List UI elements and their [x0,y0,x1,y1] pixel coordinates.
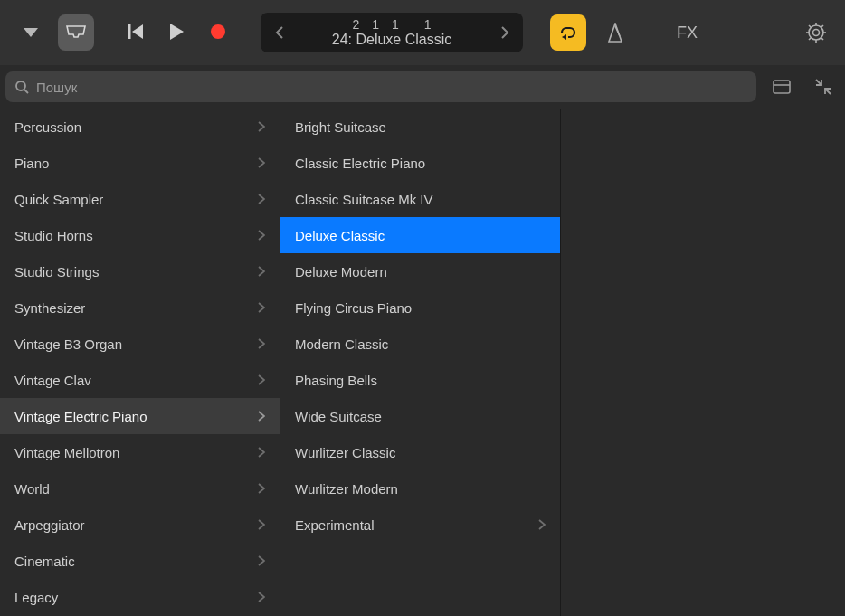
meter-digit: 1 [372,17,379,32]
category-row[interactable]: World [0,470,280,507]
meter-digit: 2 [352,17,359,32]
right-tools: FX [550,14,730,51]
preset-row[interactable]: Wurlitzer Classic [280,434,560,470]
svg-point-8 [809,25,823,40]
category-row-label: Piano [14,156,49,171]
collapse-button[interactable] [807,71,840,103]
svg-point-4 [211,24,225,39]
svg-marker-3 [170,24,184,40]
settings-button[interactable] [800,16,832,49]
meter-digit: 1 [392,17,399,32]
disclosure-button[interactable] [13,14,49,51]
category-row-label: World [14,481,50,497]
category-row[interactable]: Cinematic [0,543,280,579]
search-icon [14,80,29,94]
preset-row-label: Deluxe Classic [295,228,385,243]
category-row-label: Synthesizer [14,300,85,316]
svg-point-18 [16,81,25,90]
chevron-right-icon [258,336,265,352]
chevron-right-icon [501,26,509,39]
preset-row[interactable]: Bright Suitcase [280,109,560,145]
preset-row[interactable]: Modern Classic [280,326,560,362]
category-row[interactable]: Quick Sampler [0,181,280,217]
go-to-start-button[interactable] [128,24,145,43]
category-row-label: Vintage Mellotron [14,445,119,460]
preset-row-label: Wurlitzer Modern [295,481,398,497]
chevron-right-icon [258,481,265,497]
category-row[interactable]: Synthesizer [0,289,280,326]
prev-preset-button[interactable] [270,13,288,52]
preset-row-label: Wide Suitcase [295,409,382,424]
svg-rect-1 [128,24,131,39]
chevron-right-icon [258,300,265,316]
record-button[interactable] [210,24,226,43]
chevron-right-icon [258,590,265,605]
chevron-right-icon [258,409,265,424]
gear-icon [806,23,826,43]
view-mode-button[interactable] [765,71,798,103]
category-row-label: Cinematic [14,554,75,569]
preset-row[interactable]: Classic Suitcase Mk IV [280,181,560,217]
category-row-label: Vintage B3 Organ [14,336,122,352]
category-row[interactable]: Studio Horns [0,217,280,253]
skip-back-icon [128,24,145,40]
triangle-down-icon [24,28,38,37]
category-row-label: Legacy [14,590,58,605]
preset-row-label: Classic Electric Piano [295,156,425,171]
detail-column [561,109,845,616]
preset-row[interactable]: Flying Circus Piano [280,289,560,326]
category-row[interactable]: Piano [0,145,280,181]
preset-row[interactable]: Deluxe Classic [280,217,560,253]
transport-controls [128,24,226,43]
svg-line-17 [809,38,811,40]
svg-line-7 [615,26,620,36]
category-column: PercussionPianoQuick SamplerStudio Horns… [0,109,280,616]
svg-marker-5 [562,34,566,40]
loop-button[interactable] [550,14,586,51]
category-row[interactable]: Percussion [0,109,280,145]
category-row[interactable]: Arpeggiator [0,507,280,543]
search-input[interactable] [36,80,747,95]
preset-row[interactable]: Phasing Bells [280,362,560,398]
preset-row-label: Bright Suitcase [295,119,386,135]
record-icon [210,24,226,40]
preset-row[interactable]: Experimental [280,507,560,543]
category-row-label: Studio Strings [14,264,99,280]
chevron-right-icon [258,517,265,533]
browser: PercussionPianoQuick SamplerStudio Horns… [0,109,845,616]
chevron-right-icon [258,192,265,207]
fx-button[interactable]: FX [677,24,698,43]
play-button[interactable] [170,24,185,43]
svg-point-9 [813,30,820,36]
category-row[interactable]: Studio Strings [0,253,280,289]
preset-row-label: Classic Suitcase Mk IV [295,192,433,207]
preset-row[interactable]: Classic Electric Piano [280,145,560,181]
category-row-label: Arpeggiator [14,517,85,533]
preset-row[interactable]: Deluxe Modern [280,253,560,289]
category-row[interactable]: Vintage B3 Organ [0,326,280,362]
library-button[interactable] [58,14,94,51]
preset-row-label: Experimental [295,517,375,533]
next-preset-button[interactable] [496,13,514,52]
preset-row-label: Deluxe Modern [295,264,387,280]
preset-info[interactable]: 2 1 1 1 24: Deluxe Classic [288,17,496,48]
category-row[interactable]: Vintage Electric Piano [0,398,280,434]
preset-row[interactable]: Wide Suitcase [280,398,560,434]
play-icon [170,24,185,40]
preset-column: Bright SuitcaseClassic Electric PianoCla… [280,109,561,616]
meter-digit: 1 [424,17,432,32]
svg-line-15 [821,38,823,40]
category-row[interactable]: Legacy [0,579,280,615]
preset-row-label: Phasing Bells [295,373,377,388]
preset-position: 2 1 1 1 [288,17,496,32]
search-field[interactable] [5,71,756,102]
metronome-button[interactable] [599,16,631,49]
preset-name: 24: Deluxe Classic [288,32,496,48]
category-row[interactable]: Vintage Clav [0,362,280,398]
category-row[interactable]: Vintage Mellotron [0,434,280,470]
preset-row[interactable]: Wurlitzer Modern [280,470,560,507]
category-row-label: Vintage Clav [14,373,91,388]
chevron-right-icon [258,119,265,135]
category-row-label: Vintage Electric Piano [14,409,147,424]
svg-line-19 [24,90,28,93]
